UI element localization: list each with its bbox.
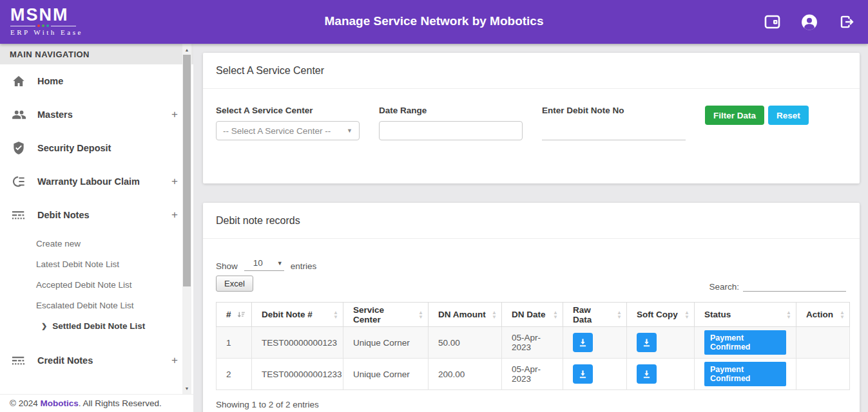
sidebar: MAIN NAVIGATION Home Masters + Security … <box>0 44 193 394</box>
wallet-icon[interactable] <box>764 14 780 30</box>
app-screen: MSNM ERP With Ease Manage Service Networ… <box>0 0 868 412</box>
records-card: Debit note records Show 10 ▼ entries Exc… <box>203 203 860 412</box>
column-header-service-center[interactable]: Service Center▲▼ <box>343 303 429 327</box>
submenu-item-label: Settled Debit Note List <box>52 321 145 331</box>
chevron-down-icon: ▼ <box>347 127 352 134</box>
download-icon <box>577 369 588 380</box>
header-icons <box>764 0 855 44</box>
chevron-down-icon: ▼ <box>277 260 283 267</box>
page-length-select[interactable]: 10 ▼ <box>244 257 284 271</box>
scrollbar-thumb[interactable] <box>183 55 191 286</box>
copyright-prefix: © 2024 <box>10 398 40 408</box>
users-icon <box>11 109 26 120</box>
soft-copy-download-button[interactable] <box>637 333 657 352</box>
soft-copy-download-button[interactable] <box>637 364 657 384</box>
notes-icon <box>11 210 26 221</box>
sidebar-item-label: Credit Notes <box>37 355 93 366</box>
sort-icon: ▲▼ <box>684 310 690 319</box>
sidebar-item-label: Security Deposit <box>37 143 111 153</box>
excel-export-button[interactable]: Excel <box>216 276 253 292</box>
cell-num: 2 <box>217 359 252 390</box>
page-length-value: 10 <box>253 258 263 268</box>
column-header-debit-note[interactable]: Debit Note #▲▼ <box>252 303 343 327</box>
submenu-item-accepted-debit-note-list[interactable]: Accepted Debit Note List <box>0 274 193 295</box>
column-header-raw-data[interactable]: Raw Data▲▼ <box>563 303 627 327</box>
sidebar-item-security-deposit[interactable]: Security Deposit <box>0 131 193 165</box>
column-header-soft-copy[interactable]: Soft Copy▲▼ <box>627 303 695 327</box>
app-header: MSNM ERP With Ease Manage Service Networ… <box>0 0 868 44</box>
cell-service-center: Unique Corner <box>343 359 429 390</box>
filter-card: Select A Service Center Select A Service… <box>203 53 860 183</box>
cell-num: 1 <box>217 327 252 359</box>
debit-notes-table: # Debit Note #▲▼ Service Center▲▼ DN Amo… <box>216 302 850 390</box>
copyright-suffix: . All Rights Reserved. <box>79 398 162 408</box>
sort-icon: ▲▼ <box>786 310 791 319</box>
date-range-input[interactable] <box>379 121 523 140</box>
debit-note-no-input[interactable] <box>542 121 686 140</box>
logo-tagline: ERP With Ease <box>10 28 83 36</box>
column-header-dn-date[interactable]: DN Date▲▼ <box>502 303 563 327</box>
sidebar-item-label: Warranty Labour Claim <box>37 176 140 187</box>
cell-service-center: Unique Corner <box>343 327 429 359</box>
cell-dn-amount: 50.00 <box>429 327 502 359</box>
sort-icon: ▲▼ <box>840 310 845 319</box>
brand-link[interactable]: Mobotics <box>40 398 78 408</box>
date-range-label: Date Range <box>379 106 523 115</box>
logout-icon[interactable] <box>838 14 855 30</box>
scroll-down-arrow[interactable]: ▼ <box>182 384 191 393</box>
sidebar-item-label: Masters <box>37 109 73 120</box>
entries-label: entries <box>291 261 317 271</box>
status-badge: Payment Confirmed <box>704 362 786 386</box>
sidebar-item-label: Debit Notes <box>37 210 90 220</box>
cell-debit-note: TEST000000001233 <box>252 359 343 390</box>
column-header-dn-amount[interactable]: DN Amount▲▼ <box>429 303 502 327</box>
show-label: Show <box>216 261 238 271</box>
sort-icon: ▲▼ <box>553 310 558 319</box>
raw-data-download-button[interactable] <box>573 333 593 352</box>
notes-icon <box>11 355 26 366</box>
status-badge: Payment Confirmed <box>704 330 786 355</box>
download-icon <box>641 337 652 348</box>
expand-plus-icon: + <box>171 108 178 121</box>
shield-check-icon <box>11 141 26 155</box>
submenu-item-label: Accepted Debit Note List <box>36 280 132 290</box>
submenu-item-settled-debit-note-list[interactable]: ❯ Settled Debit Note List <box>0 315 193 336</box>
service-center-label: Select A Service Center <box>216 106 360 115</box>
debit-note-no-label: Enter Debit Note No <box>542 106 686 115</box>
raw-data-download-button[interactable] <box>573 364 593 384</box>
filter-data-button[interactable]: Filter Data <box>705 106 764 125</box>
sidebar-item-home[interactable]: Home <box>0 64 193 98</box>
sidebar-item-debit-notes[interactable]: Debit Notes + <box>0 198 193 232</box>
expand-plus-icon: + <box>171 209 178 221</box>
download-icon <box>577 337 588 348</box>
account-icon[interactable] <box>801 14 818 30</box>
main-content: Select A Service Center Select A Service… <box>193 44 868 412</box>
search-label: Search: <box>709 282 739 292</box>
scroll-up-arrow[interactable]: ▲ <box>182 45 191 54</box>
sidebar-item-masters[interactable]: Masters + <box>0 98 193 131</box>
filter-card-title: Select A Service Center <box>203 53 860 89</box>
column-header-status[interactable]: Status▲▼ <box>695 303 796 327</box>
sort-icon: ▲▼ <box>617 310 622 319</box>
service-center-select[interactable]: -- Select A Service Center -- ▼ <box>216 121 360 140</box>
column-header-action[interactable]: Action▲▼ <box>796 303 850 327</box>
records-card-title: Debit note records <box>203 203 860 239</box>
download-icon <box>641 369 652 380</box>
reset-button[interactable]: Reset <box>768 106 809 125</box>
submenu-item-escalated-debit-note-list[interactable]: Escalated Debit Note List <box>0 295 193 315</box>
sidebar-item-warranty-labour-claim[interactable]: Warranty Labour Claim + <box>0 165 193 198</box>
cell-dn-date: 05-Apr-2023 <box>502 327 563 359</box>
debit-notes-submenu: Create new Latest Debit Note List Accept… <box>0 232 193 337</box>
column-header-num[interactable]: # <box>217 303 252 327</box>
submenu-item-create-new[interactable]: Create new <box>0 233 193 254</box>
sidebar-item-credit-notes[interactable]: Credit Notes + <box>0 344 193 377</box>
sort-asc-icon <box>237 310 245 319</box>
sort-icon: ▲▼ <box>333 310 338 319</box>
cell-dn-date: 05-Apr-2023 <box>502 359 563 390</box>
home-icon <box>11 75 26 88</box>
submenu-item-latest-debit-note-list[interactable]: Latest Debit Note List <box>0 254 193 274</box>
sort-icon: ▲▼ <box>492 310 497 319</box>
chevron-right-icon: ❯ <box>41 322 47 330</box>
page-length-control: Show 10 ▼ entries <box>216 257 316 271</box>
search-input[interactable] <box>743 277 846 292</box>
